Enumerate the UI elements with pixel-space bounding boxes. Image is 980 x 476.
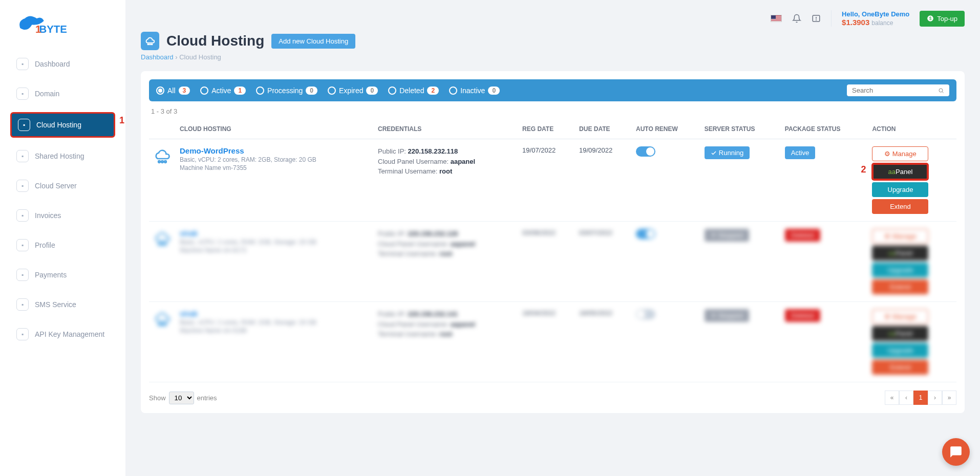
sidebar-item-label: Shared Hosting <box>35 152 84 160</box>
sidebar-item-cloud-hosting[interactable]: ▪Cloud Hosting <box>10 112 115 138</box>
content-panel: All3Active1Processing0Expired0Deleted2In… <box>141 71 965 413</box>
sidebar-item-label: Payments <box>35 271 67 279</box>
sidebar-item-invoices[interactable]: ▪Invoices <box>10 204 115 227</box>
upgrade-button[interactable]: Upgrade <box>872 182 928 197</box>
search-input[interactable] <box>852 86 938 94</box>
package-status: Deleted <box>785 309 820 322</box>
hosting-name[interactable]: virak <box>180 229 370 237</box>
add-cloud-hosting-button[interactable]: Add new Cloud Hosting <box>271 34 355 49</box>
svg-point-8 <box>152 44 153 45</box>
filter-all[interactable]: All3 <box>156 86 190 95</box>
table-row: Demo-WordPressBasic, vCPU: 2 cores, RAM:… <box>149 139 956 222</box>
breadcrumb: Dashboard › Cloud Hosting <box>141 53 965 61</box>
filter-count: 0 <box>306 86 317 95</box>
nav-icon: ▪ <box>16 88 29 100</box>
nav-icon: ▪ <box>16 58 29 70</box>
sidebar-item-label: Domain <box>35 90 59 98</box>
announcement-icon[interactable] <box>812 14 821 23</box>
manage-button[interactable]: ⚙ Manage <box>872 309 928 324</box>
aapanel-button[interactable]: aaPanel <box>872 326 928 341</box>
filter-count: 3 <box>179 86 190 95</box>
svg-point-17 <box>161 323 163 326</box>
sidebar-item-shared-hosting[interactable]: ▪Shared Hosting <box>10 145 115 167</box>
manage-button[interactable]: ⚙ Manage <box>872 229 928 244</box>
chat-fab[interactable] <box>942 438 970 466</box>
sidebar-item-cloud-server[interactable]: ▪Cloud Server <box>10 175 115 197</box>
show-label: Show <box>149 394 166 402</box>
filter-inactive[interactable]: Inactive0 <box>449 86 500 95</box>
extend-button[interactable]: Extend <box>872 279 928 294</box>
user-greeting: Hello, OneByte Demo $1.3903balance <box>831 10 909 27</box>
page-next[interactable]: › <box>928 391 942 405</box>
aapanel-button[interactable]: aaPanel <box>872 163 928 180</box>
filter-expired[interactable]: Expired0 <box>328 86 378 95</box>
hosting-spec: Basic, vCPU: 2 cores, RAM: 2GB, Storage:… <box>180 156 370 163</box>
reg-date: 18/04/2022 <box>518 302 575 382</box>
bell-icon[interactable] <box>792 14 801 23</box>
page-prev[interactable]: ‹ <box>899 391 913 405</box>
topup-button[interactable]: $Top-up <box>920 11 965 27</box>
aapanel-button[interactable]: aaPanel <box>872 246 928 261</box>
filter-deleted[interactable]: Deleted2 <box>388 86 439 95</box>
sidebar-item-payments[interactable]: ▪Payments <box>10 264 115 286</box>
logo[interactable]: BYTE1 <box>0 5 125 53</box>
page-title: Cloud Hosting <box>166 33 264 49</box>
radio-icon <box>449 86 457 95</box>
page-first[interactable]: « <box>885 391 899 405</box>
svg-point-3 <box>816 20 817 20</box>
nav-icon: ▪ <box>16 328 29 340</box>
filter-active[interactable]: Active1 <box>200 86 246 95</box>
filter-count: 0 <box>488 86 500 95</box>
sidebar-item-label: Cloud Server <box>35 182 77 190</box>
radio-icon <box>156 86 164 95</box>
sidebar-item-label: Dashboard <box>35 60 70 68</box>
sidebar-item-label: Profile <box>35 241 55 249</box>
hosting-name[interactable]: virak <box>180 309 370 318</box>
sidebar-item-sms-service[interactable]: ▪SMS Service <box>10 293 115 316</box>
extend-button[interactable]: Extend <box>872 360 928 375</box>
sidebar-item-profile[interactable]: ▪Profile <box>10 234 115 256</box>
page-header: Cloud Hosting Add new Cloud Hosting <box>141 32 965 50</box>
sidebar-item-domain[interactable]: ▪Domain <box>10 82 115 105</box>
results-count: 1 - 3 of 3 <box>149 107 956 115</box>
sidebar-item-api-key-management[interactable]: ▪API Key Management <box>10 323 115 345</box>
credentials: Public IP: 220.158.232.118Cloud Panel Us… <box>374 139 518 222</box>
server-status: ✕ Stopped <box>705 309 749 322</box>
search-box[interactable] <box>847 84 949 96</box>
auto-renew-toggle[interactable] <box>636 229 655 239</box>
th-server-status: SERVER STATUS <box>700 119 781 139</box>
th-auto-renew: AUTO RENEW <box>632 119 700 139</box>
cloud-icon <box>153 146 172 165</box>
package-status: Deleted <box>785 229 820 242</box>
svg-point-18 <box>164 323 166 326</box>
breadcrumb-root[interactable]: Dashboard <box>141 53 174 61</box>
radio-icon <box>388 86 396 95</box>
auto-renew-toggle[interactable] <box>636 309 655 319</box>
hosting-machine: Machine Name vm-6172 <box>180 247 370 254</box>
filter-processing[interactable]: Processing0 <box>256 86 317 95</box>
sidebar-item-dashboard[interactable]: ▪Dashboard <box>10 53 115 75</box>
page-1[interactable]: 1 <box>913 391 928 405</box>
upgrade-button[interactable]: Upgrade <box>872 263 928 277</box>
svg-text:$: $ <box>929 16 932 21</box>
flag-icon[interactable] <box>771 15 782 22</box>
svg-point-7 <box>150 44 151 45</box>
nav-icon: ▪ <box>18 119 30 131</box>
annotation-2: 2 <box>861 164 866 175</box>
hosting-name[interactable]: Demo-WordPress <box>180 146 370 155</box>
breadcrumb-current: Cloud Hosting <box>179 53 221 61</box>
reg-date: 19/07/2022 <box>518 139 575 222</box>
page-last[interactable]: » <box>942 391 956 405</box>
hosting-table: CLOUD HOSTINGCREDENTIALSREG DATEDUE DATE… <box>149 119 956 382</box>
upgrade-button[interactable]: Upgrade <box>872 343 928 358</box>
auto-renew-toggle[interactable] <box>636 146 655 157</box>
manage-button[interactable]: ⚙ Manage <box>872 146 928 161</box>
table-row: virakBasic, vCPU: 2 cores, RAM: 2GB, Sto… <box>149 222 956 302</box>
svg-point-13 <box>158 243 160 245</box>
extend-button[interactable]: Extend <box>872 199 928 214</box>
credentials: Public IP: 220.158.232.128Cloud Panel Us… <box>374 222 518 302</box>
svg-point-12 <box>164 161 166 163</box>
entries-select[interactable]: 10 <box>169 392 194 404</box>
credentials: Public IP: 220.158.232.141Cloud Panel Us… <box>374 302 518 382</box>
annotation-1: 1 <box>119 115 124 126</box>
